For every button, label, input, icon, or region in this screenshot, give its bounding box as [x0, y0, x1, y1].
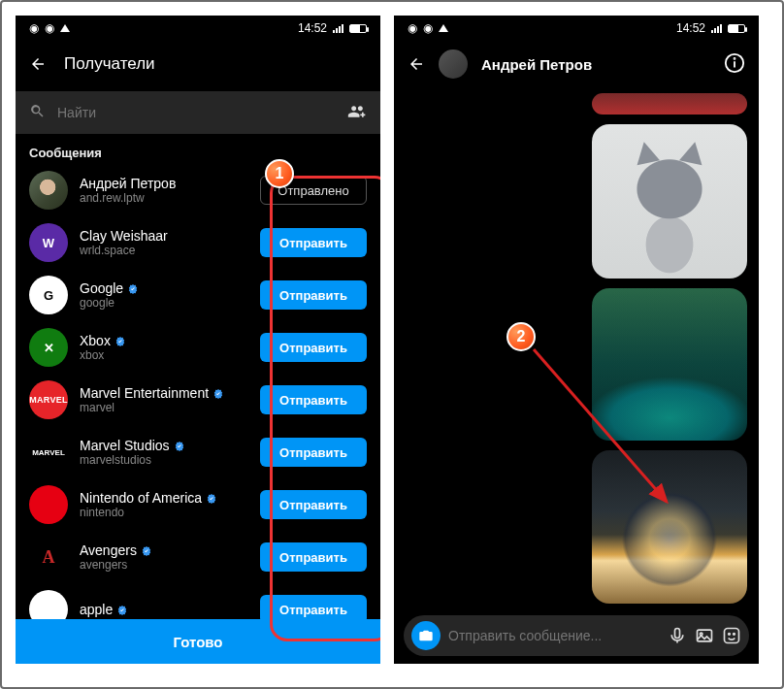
search-row [16, 91, 380, 134]
contact-row[interactable]: MARVELMarvel StudiosmarvelstudiosОтправи… [16, 426, 380, 478]
contact-name: Avengers [80, 542, 137, 558]
status-bar: ◉ ◉ 14:52 [394, 16, 759, 41]
contact-row[interactable]: Nintendo of AmericanintendoОтправить [16, 478, 380, 531]
message-image-cat[interactable] [592, 124, 747, 279]
contact-handle: avengers [80, 558, 248, 572]
viber-icon: ◉ [408, 21, 417, 35]
verified-badge-icon [116, 604, 128, 615]
search-icon [29, 103, 46, 122]
battery-icon [728, 24, 745, 33]
contact-avatar: G [29, 276, 68, 314]
done-bar: Готово [16, 619, 380, 664]
contact-names: Nintendo of Americanintendo [80, 490, 248, 519]
contact-handle: wrld.space [80, 244, 248, 257]
contact-row[interactable]: AAvengersavengersОтправить [16, 531, 380, 583]
contact-names: Xboxxbox [80, 333, 248, 362]
send-button[interactable]: Отправить [260, 333, 367, 362]
contact-name: Xbox [80, 333, 111, 348]
recipients-header: Получатели [16, 41, 380, 87]
contact-names: Marvel Studiosmarvelstudios [80, 438, 248, 467]
send-button[interactable]: Отправить [260, 385, 367, 414]
info-icon[interactable] [724, 52, 745, 77]
annotation-marker-2: 2 [506, 322, 536, 351]
marker-label: 1 [276, 165, 284, 182]
done-button[interactable]: Готово [16, 619, 380, 664]
contact-name: Clay Weishaar [80, 228, 168, 244]
svg-point-8 [734, 634, 735, 636]
contact-names: apple [80, 602, 248, 617]
contact-names: Clay Weishaarwrld.space [80, 228, 248, 257]
svg-point-7 [729, 634, 731, 636]
contact-row[interactable]: MARVELMarvel EntertainmentmarvelОтправит… [16, 374, 380, 426]
status-right: 14:52 [298, 21, 367, 35]
contact-avatar: W [29, 223, 68, 262]
contact-row[interactable]: Андрей Петровand.rew.lptwОтправлено [16, 164, 380, 216]
contact-name: Андрей Петров [80, 176, 176, 191]
mic-icon[interactable] [668, 626, 687, 645]
contacts-list: Андрей Петровand.rew.lptwОтправленоWClay… [16, 164, 380, 664]
contact-avatar: ✕ [29, 328, 68, 367]
contact-name: Google [80, 280, 123, 296]
contact-name: Marvel Studios [80, 438, 170, 453]
status-bar: ◉ ◉ 14:52 [16, 16, 380, 41]
send-button[interactable]: Отправить [260, 438, 367, 467]
svg-point-2 [735, 57, 735, 58]
svg-rect-6 [725, 629, 739, 643]
contact-row[interactable]: ✕XboxxboxОтправить [16, 321, 380, 374]
back-arrow-icon[interactable] [29, 55, 47, 73]
contact-handle: nintendo [80, 506, 248, 519]
status-left: ◉ ◉ [29, 21, 70, 35]
verified-badge-icon [141, 544, 152, 556]
contact-handle: and.rew.lptw [80, 191, 248, 205]
message-input[interactable] [448, 628, 660, 643]
contact-handle: xbox [80, 348, 248, 362]
svg-rect-3 [675, 629, 680, 639]
contact-name: apple [80, 602, 113, 617]
battery-icon [349, 24, 367, 33]
contact-avatar: A [29, 538, 68, 576]
gallery-icon[interactable] [695, 626, 714, 645]
status-time: 14:52 [298, 21, 327, 35]
add-group-icon[interactable] [347, 102, 367, 124]
verified-badge-icon [174, 440, 185, 451]
chat-user-avatar[interactable] [439, 49, 468, 79]
contact-row[interactable]: WClay Weishaarwrld.spaceОтправить [16, 216, 380, 269]
send-button[interactable]: Отправить [260, 280, 367, 310]
verified-badge-icon [206, 492, 217, 504]
contact-names: Googlegoogle [80, 280, 248, 310]
chat-user-name[interactable]: Андрей Петров [481, 56, 710, 73]
annotation-arrow [516, 332, 691, 526]
contact-names: Avengersavengers [80, 542, 248, 572]
contact-avatar [29, 485, 68, 524]
contact-names: Андрей Петровand.rew.lptw [80, 176, 248, 205]
search-input[interactable] [57, 105, 336, 120]
contact-handle: marvel [80, 401, 248, 414]
chat-header: Андрей Петров [394, 41, 759, 87]
section-label: Сообщения [16, 138, 380, 164]
viber-icon: ◉ [29, 21, 39, 35]
contact-avatar [29, 171, 68, 210]
viber-icon: ◉ [423, 21, 433, 35]
sticker-icon[interactable] [722, 626, 741, 645]
camera-button[interactable] [411, 621, 441, 650]
contact-name: Nintendo of America [80, 490, 202, 506]
back-arrow-icon[interactable] [408, 55, 425, 73]
annotation-marker-1: 1 [265, 159, 294, 188]
status-right: 14:52 [676, 21, 745, 35]
verified-badge-icon [127, 282, 139, 294]
verified-badge-icon [114, 335, 126, 346]
message-composer [404, 615, 749, 656]
send-button[interactable]: Отправить [260, 228, 367, 257]
send-button[interactable]: Отправить [260, 542, 367, 572]
contact-avatar: MARVEL [29, 433, 68, 472]
verified-badge-icon [212, 387, 224, 399]
screenshot-container: ◉ ◉ 14:52 Получатели С [0, 0, 784, 689]
viber-icon: ◉ [45, 21, 54, 35]
contact-names: Marvel Entertainmentmarvel [80, 385, 248, 414]
contact-row[interactable]: GGooglegoogleОтправить [16, 269, 380, 321]
contact-handle: marvelstudios [80, 453, 248, 467]
message-image[interactable] [592, 93, 747, 115]
send-button[interactable]: Отправить [260, 490, 367, 519]
contact-name: Marvel Entertainment [80, 385, 209, 401]
svg-line-9 [534, 349, 667, 502]
